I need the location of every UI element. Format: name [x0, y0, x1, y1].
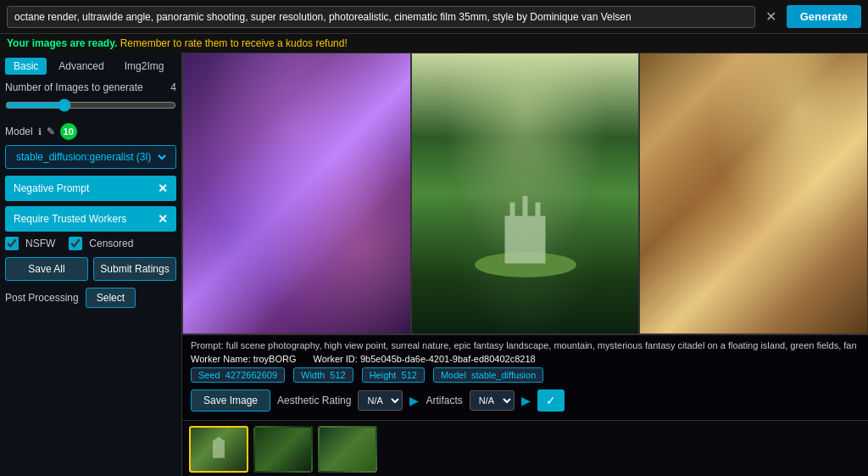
close-prompt-button[interactable]: ✕ — [762, 8, 780, 25]
worker-name-value: troyBORG — [253, 354, 297, 364]
model-badge-bar: Model stable_diffusion — [433, 367, 543, 383]
artifacts-select[interactable]: N/A — [470, 390, 515, 411]
edit-icon[interactable]: ✎ — [47, 126, 55, 137]
artifacts-arrow-button[interactable]: ▶ — [521, 394, 531, 407]
submit-ratings-button[interactable]: Submit Ratings — [93, 257, 176, 281]
height-value: 512 — [402, 370, 417, 380]
prompt-value: full scene photography, high view point,… — [226, 340, 857, 350]
info-icon[interactable]: ℹ — [38, 126, 42, 137]
image-actions-row: Save Image Aesthetic Rating N/A ▶ Artifa… — [191, 386, 860, 415]
require-workers-clear-icon[interactable]: ✕ — [158, 212, 168, 226]
width-value: 512 — [330, 370, 345, 380]
thumbnail-1[interactable] — [189, 426, 248, 473]
tab-basic[interactable]: Basic — [5, 58, 47, 75]
model-stat-label: Model — [441, 370, 466, 380]
tab-advanced[interactable]: Advanced — [50, 58, 112, 75]
images-count: 4 — [170, 81, 176, 93]
require-workers-button[interactable]: Require Trusted Workers ✕ — [5, 206, 176, 232]
main-layout: Basic Advanced Img2Img Number of Images … — [0, 53, 868, 476]
aesthetic-rating-select[interactable]: N/A — [358, 390, 403, 411]
width-label: Width — [301, 370, 325, 380]
action-buttons: Save All Submit Ratings — [5, 257, 176, 281]
ready-text: Your images are ready. — [7, 37, 117, 49]
seed-badge: Seed 4272662609 — [191, 367, 285, 383]
meta-row: Worker Name: troyBORG Worker ID: 9b5e045… — [191, 354, 860, 364]
negative-prompt-clear-icon[interactable]: ✕ — [158, 182, 168, 195]
prompt-input[interactable] — [7, 6, 755, 28]
post-processing-row: Post Processing Select — [5, 288, 176, 308]
nsfw-row: NSFW Censored — [5, 237, 176, 257]
stats-row: Seed 4272662609 Width 512 Height 512 Mod… — [191, 367, 860, 383]
nsfw-checkbox[interactable] — [5, 237, 19, 250]
seed-value: 4272662609 — [225, 370, 277, 380]
negative-prompt-button[interactable]: Negative Prompt ✕ — [5, 176, 176, 201]
height-label: Height — [370, 370, 397, 380]
worker-id-value: 9b5e045b-da6e-4201-9baf-ed80402c8218 — [360, 354, 536, 364]
post-processing-label: Post Processing — [5, 292, 79, 304]
image-2[interactable] — [411, 53, 640, 334]
generate-button[interactable]: Generate — [787, 5, 861, 28]
nsfw-checkbox-row: NSFW — [5, 237, 55, 250]
worker-id-item: Worker ID: 9b5e045b-da6e-4201-9baf-ed804… — [314, 354, 536, 364]
nsfw-label: NSFW — [25, 238, 55, 249]
content-area: Prompt: full scene photography, high vie… — [182, 53, 868, 476]
thumbnail-3[interactable] — [318, 426, 377, 473]
image-1[interactable] — [182, 53, 411, 334]
save-all-button[interactable]: Save All — [5, 257, 88, 281]
require-workers-label: Require Trusted Workers — [14, 213, 126, 225]
worker-name-item: Worker Name: troyBORG — [191, 354, 297, 364]
model-stat-value: stable_diffusion — [471, 370, 536, 380]
thumbnail-2[interactable] — [253, 426, 313, 473]
negative-prompt-label: Negative Prompt — [14, 182, 89, 194]
images-slider[interactable] — [5, 98, 176, 112]
save-image-button[interactable]: Save Image — [191, 389, 270, 412]
info-bar: Prompt: full scene photography, high vie… — [182, 334, 868, 420]
censored-checkbox-row: Censored — [69, 237, 133, 250]
ready-bar: Your images are ready. Remember to rate … — [0, 34, 868, 53]
worker-name-label: Worker Name: — [191, 354, 251, 364]
seed-label: Seed — [198, 370, 220, 380]
model-select[interactable]: stable_diffusion:generalist (3l) — [5, 145, 176, 169]
prompt-display: Prompt: full scene photography, high vie… — [191, 340, 860, 350]
model-label: Model — [5, 126, 33, 137]
best-check-button[interactable]: ✓ — [537, 389, 565, 412]
image-3[interactable] — [639, 53, 868, 334]
thumbnails — [182, 420, 868, 476]
image-grid — [182, 53, 868, 334]
rating-arrow-button[interactable]: ▶ — [409, 394, 419, 407]
height-badge: Height 512 — [362, 367, 425, 383]
post-processing-select-button[interactable]: Select — [86, 288, 136, 308]
aesthetic-rating-label: Aesthetic Rating — [277, 395, 351, 406]
tab-img2img[interactable]: Img2Img — [116, 58, 173, 75]
censored-checkbox[interactable] — [69, 237, 82, 250]
prompt-label: Prompt: — [191, 340, 224, 350]
worker-id-label: Worker ID: — [314, 354, 358, 364]
images-count-row: Number of Images to generate 4 — [5, 81, 176, 116]
model-row: Model ℹ ✎ 10 — [5, 123, 176, 140]
model-dropdown[interactable]: stable_diffusion:generalist (3l) — [13, 150, 169, 164]
tabs: Basic Advanced Img2Img — [5, 58, 176, 75]
top-bar: ✕ Generate — [0, 0, 868, 34]
left-panel: Basic Advanced Img2Img Number of Images … — [0, 53, 182, 476]
model-badge: 10 — [60, 123, 77, 140]
width-badge: Width 512 — [293, 367, 353, 383]
artifacts-label: Artifacts — [426, 395, 462, 406]
images-label: Number of Images to generate — [5, 81, 143, 93]
censored-label: Censored — [89, 238, 133, 249]
reminder-text: Remember to rate them to receive a kudos… — [120, 37, 348, 49]
model-select-row: stable_diffusion:generalist (3l) — [5, 145, 176, 169]
